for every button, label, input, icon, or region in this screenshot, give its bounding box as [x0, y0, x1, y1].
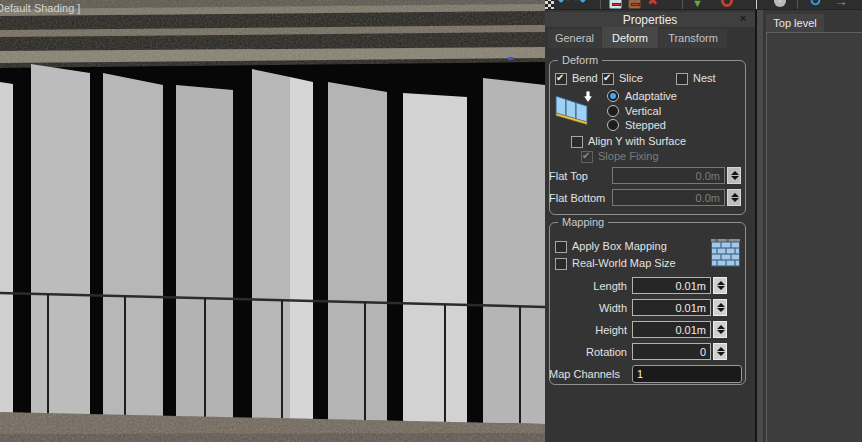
outliner-panel: Top level — [763, 10, 862, 442]
tab-top-level[interactable]: Top level — [766, 14, 824, 32]
tab-general[interactable]: General — [548, 29, 601, 48]
main-toolbar: ↶ ↷ ✖ ▼ + ↻ → — [545, 0, 862, 10]
box-mapping-icon[interactable] — [711, 239, 740, 267]
rotation-field[interactable] — [632, 343, 711, 360]
flat-bottom-spinner — [727, 189, 741, 206]
height-field[interactable] — [632, 321, 711, 338]
check-icon: ✔ — [603, 72, 611, 83]
width-field[interactable] — [632, 299, 711, 316]
flat-top-spinner — [727, 167, 741, 184]
mapping-group-label: Mapping — [558, 216, 608, 228]
tab-transform[interactable]: Transform — [659, 29, 727, 48]
flat-bottom-field — [612, 189, 725, 206]
remove-object-icon[interactable] — [609, 0, 622, 9]
length-spinner[interactable] — [713, 277, 727, 294]
remove-material-icon[interactable] — [628, 0, 641, 9]
apply-box-mapping-label: Apply Box Mapping — [572, 240, 667, 252]
vertical-label: Vertical — [625, 105, 661, 117]
flat-bottom-label: Flat Bottom — [549, 192, 605, 204]
undo-icon[interactable]: ↶ — [558, 0, 569, 8]
adaptative-radio[interactable] — [607, 90, 619, 102]
slope-fixing-checkbox: ✔ — [581, 151, 593, 163]
align-y-checkbox[interactable] — [571, 136, 583, 148]
width-label: Width — [545, 302, 627, 314]
adaptative-label: Adaptative — [625, 90, 677, 102]
toolbar-separator — [797, 0, 798, 10]
spinner-up[interactable] — [717, 303, 725, 307]
outliner-tree[interactable] — [766, 32, 862, 442]
spinner-up[interactable] — [717, 325, 725, 329]
stepped-label: Stepped — [625, 119, 666, 131]
spinner-up[interactable] — [717, 281, 725, 285]
width-spinner[interactable] — [713, 299, 727, 316]
toolbar-separator — [682, 0, 683, 10]
real-world-map-size-label: Real-World Map Size — [572, 257, 676, 269]
spinner-down[interactable] — [717, 286, 725, 290]
pattern-icon[interactable] — [545, 0, 554, 10]
spinner-down[interactable] — [717, 308, 725, 312]
viewport-shading-label: Default Shading ] — [0, 2, 80, 14]
bend-checkbox[interactable]: ✔ — [555, 73, 567, 85]
check-icon: ✔ — [582, 150, 590, 161]
real-world-map-size-checkbox[interactable] — [555, 258, 567, 270]
panel-title: Properties — [545, 13, 755, 27]
spinner-down[interactable] — [717, 352, 725, 356]
properties-titlebar: Properties × — [545, 12, 755, 27]
apply-box-mapping-checkbox[interactable] — [555, 241, 567, 253]
rotation-label: Rotation — [545, 346, 627, 358]
export-icon[interactable]: → — [834, 0, 848, 8]
nest-checkbox[interactable] — [676, 73, 688, 85]
length-label: Length — [545, 280, 627, 292]
slice-label: Slice — [619, 72, 643, 84]
application-window: Default Shading ] ↶ ↷ ✖ ▼ + ↻ → Properti… — [0, 0, 862, 442]
close-icon[interactable]: × — [737, 12, 749, 25]
height-label: Height — [545, 324, 627, 336]
align-y-label: Align Y with Surface — [588, 135, 686, 147]
properties-panel: Properties × General Deform Transform De… — [545, 10, 755, 442]
toolbar-separator — [756, 0, 757, 10]
bend-slope-icon — [553, 88, 595, 128]
rotation-spinner[interactable] — [713, 343, 727, 360]
viewport-3d[interactable]: Default Shading ] — [0, 0, 545, 442]
slice-checkbox[interactable]: ✔ — [602, 73, 614, 85]
height-spinner[interactable] — [713, 321, 727, 338]
delete-icon[interactable]: ✖ — [647, 0, 658, 8]
redo-icon[interactable]: ↷ — [575, 0, 586, 8]
arrow-down-icon[interactable]: ▼ — [692, 0, 703, 10]
spinner-down[interactable] — [717, 330, 725, 334]
vertical-radio[interactable] — [607, 105, 619, 117]
deform-group-label: Deform — [558, 54, 602, 66]
flat-top-field — [612, 167, 725, 184]
check-icon: ✔ — [556, 72, 564, 83]
add-sphere-icon[interactable]: + — [774, 0, 786, 7]
map-channels-label: Map Channels — [549, 368, 620, 380]
flat-top-label: Flat Top — [549, 170, 588, 182]
tab-deform[interactable]: Deform — [602, 27, 658, 48]
refresh-icon[interactable]: ↻ — [809, 0, 822, 8]
stepped-radio[interactable] — [607, 119, 619, 131]
length-field[interactable] — [632, 277, 711, 294]
forbid-icon[interactable] — [721, 0, 733, 7]
spinner-up[interactable] — [717, 347, 725, 351]
bend-label: Bend — [572, 72, 598, 84]
map-channels-field[interactable] — [632, 365, 742, 383]
nest-label: Nest — [693, 72, 716, 84]
viewport-render — [0, 0, 545, 442]
slope-fixing-label: Slope Fixing — [598, 150, 659, 162]
panel-divider[interactable] — [755, 10, 763, 442]
toolbar-separator — [600, 0, 601, 10]
